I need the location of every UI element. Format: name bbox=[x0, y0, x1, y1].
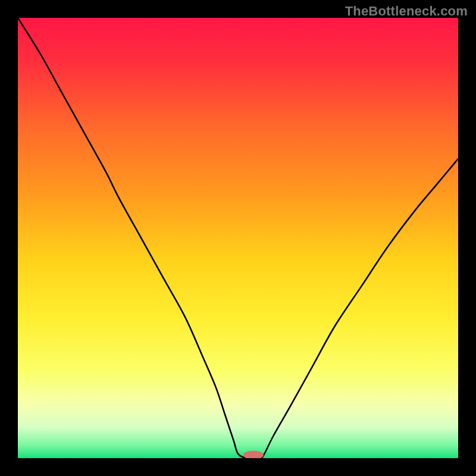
bottleneck-chart bbox=[18, 18, 458, 458]
chart-frame: TheBottleneck.com bbox=[0, 0, 476, 476]
plot-area bbox=[18, 18, 458, 458]
gradient-background bbox=[18, 18, 458, 458]
watermark-text: TheBottleneck.com bbox=[345, 4, 468, 19]
